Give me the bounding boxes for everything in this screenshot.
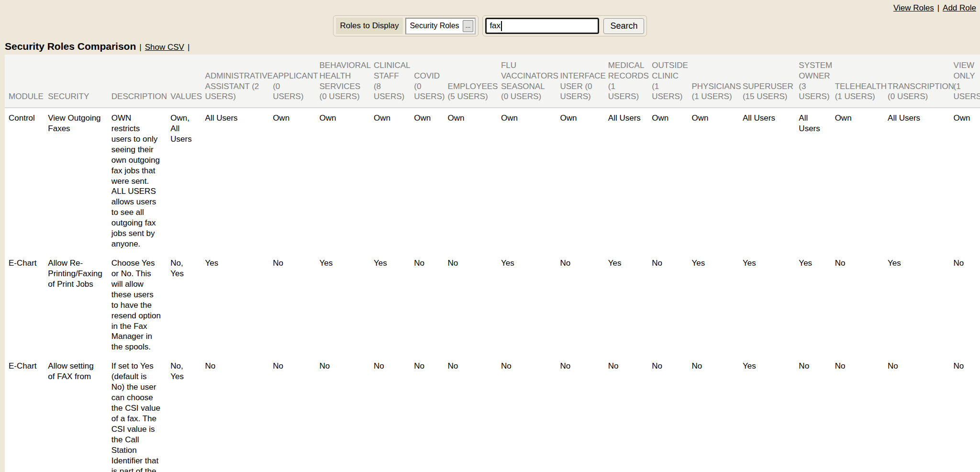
column-header: SUPERUSER (15 USERS) [739,55,795,108]
role-value-cell: No [316,356,370,472]
column-header: PHYSICIANS (1 USERS) [688,55,739,108]
role-value-cell: Own [370,108,410,253]
roles-select-value: Security Roles [410,22,459,30]
column-header: MODULE [5,55,44,108]
role-value-cell: No [556,253,604,356]
role-value-cell: All Users [739,108,795,253]
role-value-cell: No [444,253,497,356]
text-caret [501,21,502,31]
security-cell: Allow setting of FAX from [44,356,108,472]
role-value-cell: Yes [795,253,831,356]
module-cell: E-Chart [5,356,44,472]
top-links: View Roles | Add Role [893,3,976,13]
role-value-cell: No [269,253,315,356]
role-value-cell: Yes [497,253,556,356]
role-value-cell: No [688,356,739,472]
values-cell: Own, All Users [167,108,201,253]
roles-select-ellipsis-button[interactable]: ... [463,20,474,32]
role-value-cell: Yes [739,253,795,356]
security-cell: View Outgoing Faxes [44,108,108,253]
role-value-cell: All Users [201,108,269,253]
role-value-cell: Own [444,108,497,253]
column-header: MEDICAL RECORDS (1 USERS) [604,55,648,108]
page-heading-row: Security Roles Comparison | Show CSV | [5,41,980,52]
role-value-cell: No [950,356,980,472]
column-header: CLINICAL STAFF (8 USERS) [370,55,410,108]
role-value-cell: No [831,356,884,472]
description-cell: Choose Yes or No. This will allow these … [108,253,167,356]
role-value-cell: Own [831,108,884,253]
search-input-value: fax [490,21,501,31]
roles-to-display-group: Roles to Display Security Roles ... [333,15,479,36]
column-header: VALUES [167,55,201,108]
column-header: FLU VACCINATORS SEASONAL (0 USERS) [497,55,556,108]
role-value-cell: No [648,253,688,356]
toolbar: Roles to Display Security Roles ... fax … [0,15,980,36]
role-value-cell: No [410,356,444,472]
roles-comparison-table: MODULESECURITYDESCRIPTIONVALUESADMINISTR… [5,55,980,472]
module-cell: E-Chart [5,253,44,356]
column-header: SECURITY [44,55,108,108]
search-input[interactable]: fax [485,18,599,34]
role-value-cell: No [201,356,269,472]
column-header: DESCRIPTION [108,55,167,108]
view-roles-link[interactable]: View Roles [893,3,934,13]
column-header: INTERFACE USER (0 USERS) [556,55,604,108]
column-header: EMPLOYEES (5 USERS) [444,55,497,108]
role-value-cell: Yes [604,253,648,356]
show-csv-link[interactable]: Show CSV [145,43,184,52]
table-row: ControlView Outgoing FaxesOWN restricts … [5,108,980,253]
column-header: SYSTEM OWNER (3 USERS) [795,55,831,108]
table-row: E-ChartAllow setting of FAX fromIf set t… [5,356,980,472]
description-cell: OWN restricts users to only seeing their… [108,108,167,253]
column-header: TRANSCRIPTION (0 USERS) [884,55,950,108]
role-value-cell: Own [497,108,556,253]
role-value-cell: Yes [688,253,739,356]
module-cell: Control [5,108,44,253]
role-value-cell: No [604,356,648,472]
role-value-cell: All Users [795,108,831,253]
add-role-link[interactable]: Add Role [943,3,976,13]
role-value-cell: No [370,356,410,472]
values-cell: No, Yes [167,253,201,356]
column-header: BEHAVIORAL HEALTH SERVICES (0 USERS) [316,55,370,108]
heading-trailing-separator: | [188,43,189,52]
column-header: ADMINISTRATIVE ASSISTANT (2 USERS) [201,55,269,108]
role-value-cell: Yes [370,253,410,356]
table-header-row: MODULESECURITYDESCRIPTIONVALUESADMINISTR… [5,55,980,108]
values-cell: No, Yes [167,356,201,472]
column-header: VIEW ONLY (1 USERS) [950,55,980,108]
column-header: COVID (0 USERS) [410,55,444,108]
role-value-cell: No [648,356,688,472]
search-button[interactable]: Search [603,18,644,34]
role-value-cell: Own [410,108,444,253]
role-value-cell: Yes [201,253,269,356]
role-value-cell: Own [556,108,604,253]
heading-separator: | [139,43,141,52]
table-row: E-ChartAllow Re-Printing/Faxing of Print… [5,253,980,356]
top-links-separator: | [937,3,939,13]
roles-select[interactable]: Security Roles ... [405,18,476,34]
table-body: ControlView Outgoing FaxesOWN restricts … [5,108,980,472]
role-value-cell: No [950,253,980,356]
role-value-cell: Yes [316,253,370,356]
role-value-cell: No [410,253,444,356]
page-title: Security Roles Comparison [5,41,136,52]
role-value-cell: No [269,356,315,472]
column-header: APPLICANT (0 USERS) [269,55,315,108]
role-value-cell: All Users [884,108,950,253]
role-value-cell: Own [950,108,980,253]
role-value-cell: Own [688,108,739,253]
role-value-cell: No [831,253,884,356]
role-value-cell: No [795,356,831,472]
role-value-cell: No [444,356,497,472]
role-value-cell: Own [316,108,370,253]
role-value-cell: Yes [884,253,950,356]
top-bar: View Roles | Add Role [0,0,980,13]
column-header: TELEHEALTH (1 USERS) [831,55,884,108]
description-cell: If set to Yes (default is No) the user c… [108,356,167,472]
role-value-cell: All Users [604,108,648,253]
role-value-cell: Own [648,108,688,253]
role-value-cell: No [884,356,950,472]
column-header: OUTSIDE CLINIC (1 USERS) [648,55,688,108]
